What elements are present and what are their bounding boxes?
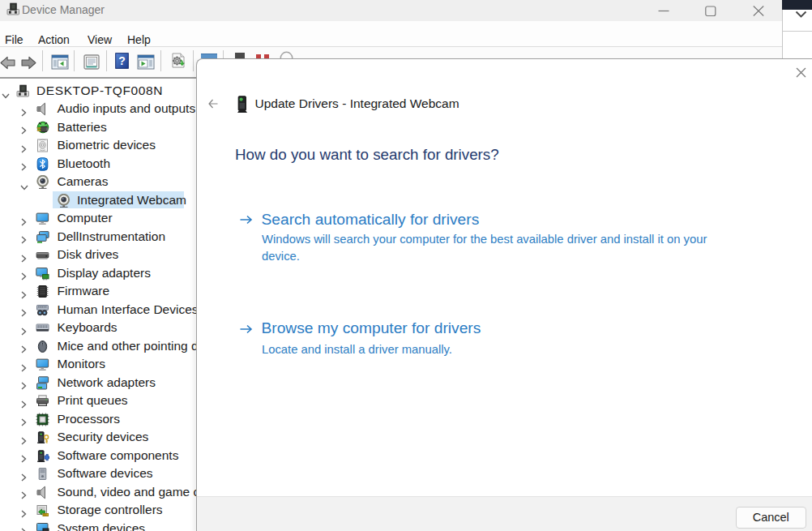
svg-text:?: ?: [118, 54, 126, 67]
